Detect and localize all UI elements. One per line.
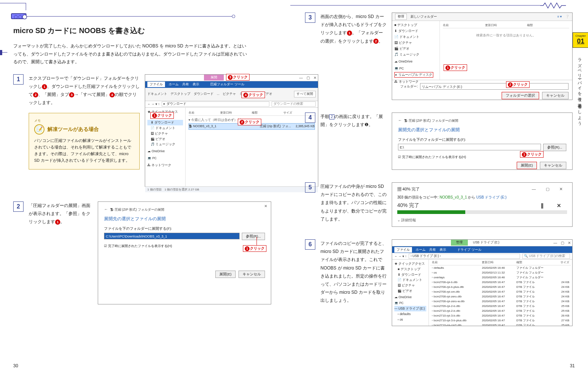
- cancel-button[interactable]: キャンセル: [540, 162, 566, 169]
- table-row[interactable]: ▫ bcm2708-rpi-b.dtb2020/02/05 16:47DTB フ…: [430, 280, 571, 285]
- page-number-right: 31: [570, 363, 575, 368]
- step-4: 4 手順2の画面に戻ります。「展開」をクリックします❶。 ←🗜 圧縮 (ZIP …: [305, 113, 577, 170]
- sidebar-caption: ラズベリー・パイを使う準備をしよう: [576, 55, 583, 124]
- decorative-line: [290, 5, 540, 6]
- browse-dialog: 整理 新しいフォルダー ≡ ▾ ❔ ■ デスクトップ ⬇ ダウンロード 📄 ドキ…: [392, 12, 573, 100]
- ribbon: ファイル ホーム 共有 表示 ドライブ ツール: [392, 246, 572, 253]
- page-number-left: 30: [13, 363, 18, 368]
- contextual-tab: 展開: [204, 75, 224, 81]
- extract-dialog: ←🗜 圧縮 (ZIP 形式) フォルダーの展開 展開先の選択とファイルの展開 フ…: [392, 113, 573, 170]
- folder-input[interactable]: リムーバブル ディスク (E:): [420, 83, 569, 90]
- table-row[interactable]: ▫ bcm2710-rpi-3-b-plus.dtb2020/02/05 16:…: [430, 318, 571, 323]
- explorer-window: 管理 USB ドライブ (E:) —▢✕ ファイル ホーム 共有 表示 ドライブ…: [392, 239, 573, 326]
- table-row[interactable]: ▫ bcm2710-rpi-2-b.dtb2020/02/05 16:47DTB…: [430, 308, 571, 313]
- step-text: 圧縮ファイルの中身が micro SD カードにコピーされるので、このまま待ちま…: [320, 182, 387, 227]
- table-row[interactable]: ▫ bcm2708-rpi-cm.dtb2020/02/05 16:47DTB …: [430, 289, 571, 294]
- nav-tree[interactable]: ★ クイックアクセス ■ デスクトップ ⬇ ダウンロード 📄 ドキュメント 🖼 …: [145, 108, 186, 186]
- path-input[interactable]: E:\: [398, 144, 541, 150]
- table-row[interactable]: ▫ bcm2710-rpi-3-b.dtb2020/02/05 16:47DTB…: [430, 313, 571, 318]
- nav-tree[interactable]: ★ クイックアクセス ■ デスクトップ ⬇ ダウンロード 📄 ドキュメント 🖼 …: [392, 260, 429, 326]
- nav-tree[interactable]: ■ デスクトップ ⬇ ダウンロード 📄 ドキュメント 🖼 ピクチャ 🎬 ビデオ …: [392, 21, 440, 80]
- decorative-circle: [232, 15, 235, 18]
- decorative-line: [26, 3, 26, 10]
- browse-button[interactable]: 参照(R)...: [242, 233, 265, 240]
- dialog-title: 展開先の選択とファイルの展開: [104, 216, 265, 222]
- callout-1: 1クリック: [150, 112, 174, 119]
- extract-button[interactable]: 展開(E): [517, 162, 537, 169]
- step-number: 5: [305, 182, 315, 193]
- table-row[interactable]: ▫ overlays2020/02/05 16:46ファイル フォルダー: [430, 275, 571, 280]
- empty-label: 検索条件に一致する項目はありません。: [443, 33, 569, 38]
- callout-1: 1クリック: [243, 245, 266, 252]
- callout-1: 1クリック: [444, 64, 467, 71]
- step-3: 3 画面の左側から、micro SD カードが挿入されているドライブをクリックし…: [305, 12, 577, 100]
- progress-bar: [397, 210, 567, 214]
- show-files-checkbox[interactable]: ☑ 完了時に展開されたファイルを表示する(H): [104, 244, 265, 249]
- ribbon: ファイル ホーム 共有 表示 圧縮フォルダー ツール: [145, 81, 318, 88]
- callout-2: 2クリック: [506, 81, 530, 88]
- step-number: 1: [13, 74, 24, 85]
- file-table[interactable]: 名前更新日時種類サイズ ▫ defaults2020/02/05 16:46ファ…: [430, 260, 571, 326]
- table-row[interactable]: ▫ bcm2709-rpi-2-b.dtb2020/02/05 16:47DTB…: [430, 304, 571, 308]
- step-6: 6 ファイルのコピーが完了すると、micro SD カードに展開されたファイルが…: [305, 239, 577, 326]
- ribbon-toolbar: ドキュメント デスクトップ ダウンロード ... ピクチャ ミュージック ビデオ…: [145, 88, 318, 101]
- chapter-tab: Chapter 01: [573, 32, 588, 48]
- table-row[interactable]: ▫ bcm2708-rpi-zero.dtb2020/02/05 16:47DT…: [430, 294, 571, 299]
- chip-icon: [11, 13, 26, 19]
- callout-1: 1クリック: [520, 151, 544, 158]
- progress-window: ▦ 40% 完了 — ▢ ✕ 303 個の項目をコピー中: NOOBS_v3_3…: [392, 182, 573, 227]
- step-text: 「圧縮フォルダーの展開」画面が表示されます。「参照」をクリックします1。: [29, 201, 93, 304]
- extract-button[interactable]: 展開(E): [215, 271, 236, 278]
- section-title: micro SD カードに NOOBS を書き込む: [13, 26, 284, 36]
- cancel-button[interactable]: キャンセル: [239, 271, 265, 278]
- step-5: 5 圧縮ファイルの中身が micro SD カードにコピーされるので、このまま待…: [305, 182, 577, 227]
- table-row[interactable]: ▫ defaults2020/02/05 16:46ファイル フォルダー: [430, 265, 571, 271]
- explorer-window: —▢✕ 展開 ファイル ホーム 共有 表示 圧縮フォルダー ツール ドキュメント…: [145, 74, 318, 187]
- step-text: 画面の左側から、micro SD カードが挿入されているドライブをクリックします…: [320, 12, 387, 100]
- details-toggle[interactable]: ⌄ 詳細情報: [397, 218, 567, 223]
- removable-drive[interactable]: ▸ リムーバブル ディスク: [394, 72, 433, 78]
- table-row[interactable]: ▫ bcm2708-rpi-zero-w.dtb2020/02/05 16:47…: [430, 299, 571, 304]
- step-text: エクスプローラーで「ダウンロード」フォルダーをクリックし1、ダウンロードした圧縮…: [29, 74, 140, 187]
- resistor-icon: [540, 2, 566, 9]
- table-row[interactable]: ▫ os2020/02/13 11:32ファイル フォルダー: [430, 270, 571, 275]
- step-1: 1 エクスプローラーで「ダウンロード」フォルダーをクリックし1、ダウンロードした…: [13, 74, 284, 187]
- organize-button[interactable]: 整理: [395, 14, 407, 20]
- window-titlebar: 管理 USB ドライブ (E:) —▢✕: [392, 240, 572, 246]
- select-folder-button[interactable]: フォルダーの選択: [502, 92, 539, 99]
- step-2: 2 「圧縮フォルダーの展開」画面が表示されます。「参照」をクリックします1。 ✕…: [13, 201, 284, 304]
- progress-subtext: 303 個の項目をコピー中: NOOBS_v3_3_1 から USB ドライブ …: [397, 195, 567, 200]
- callout-2: 2クリック: [238, 119, 261, 125]
- callout-4: 4クリック: [241, 92, 265, 98]
- step-number: 3: [305, 12, 315, 23]
- memo-body: パソコンに圧縮ファイルの解凍ツールがインストールされている場合は、それを利用して…: [34, 138, 134, 164]
- decorative-line: [0, 50, 2, 55]
- decorative-line: [0, 3, 26, 3]
- status-bar: 1 個の項目 1 個の項目を選択 2.27 GB: [145, 186, 318, 192]
- memo-box: メモ 📝 解凍ツールがある場合 パソコンに圧縮ファイルの解凍ツールがインストール…: [29, 113, 140, 169]
- step-number: 6: [305, 239, 315, 250]
- step-number: 2: [13, 201, 24, 212]
- dialog-title: 展開先の選択とファイルの展開: [398, 127, 566, 133]
- table-row[interactable]: ▫ bcm2710-rpi-cm3.dtb2020/02/05 16:47DTB…: [430, 323, 571, 326]
- note-icon: 📝: [34, 124, 44, 135]
- path-input[interactable]: C:\Users\PC\Downloads\NOOBS_v3_3_1: [104, 233, 240, 239]
- step-number: 4: [305, 113, 315, 123]
- callout-3: 3クリック: [226, 74, 250, 81]
- step-text: ファイルのコピーが完了すると、micro SD カードに展開されたファイルが表示…: [320, 239, 387, 326]
- extract-dialog: ✕ ←🗜 圧縮 (ZIP 形式) フォルダーの展開 展開先の選択とファイルの展開…: [98, 201, 271, 304]
- table-row[interactable]: ▫ bcm2708-rpi-b-plus.dtb2020/02/05 16:47…: [430, 285, 571, 289]
- cancel-button[interactable]: キャンセル: [542, 92, 569, 99]
- lead-paragraph: フォーマットが完了したら、あらかじめダウンロードしておいた NOOBS を mi…: [13, 42, 248, 66]
- browse-button[interactable]: 参照(R)...: [543, 144, 566, 151]
- memo-title: 📝 解凍ツールがある場合: [34, 124, 134, 135]
- step-text: 手順2の画面に戻ります。「展開」をクリックします❶。: [320, 113, 387, 170]
- decorative-line: [26, 16, 232, 17]
- new-folder-button[interactable]: 新しいフォルダー: [410, 14, 437, 19]
- memo-eyebrow: メモ: [34, 118, 134, 124]
